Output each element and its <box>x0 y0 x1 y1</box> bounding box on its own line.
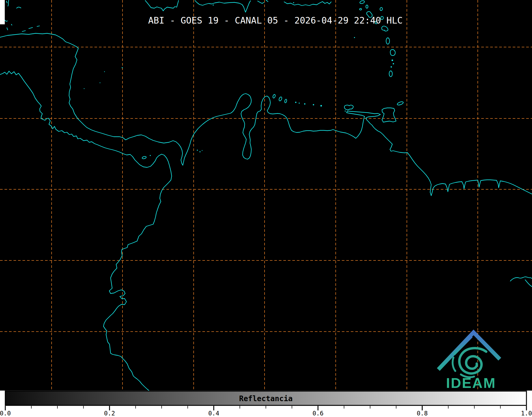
islet-dot <box>354 37 355 38</box>
map-svg: ABI - GOES 19 - CANAL 05 - 2026-04-29 22… <box>0 0 532 417</box>
colorbar-tick-label: 0.0 <box>0 410 11 417</box>
islet-dot <box>392 59 393 61</box>
islet-dot <box>304 103 306 105</box>
colorbar-label: Reflectancia <box>239 394 293 403</box>
islet-dot <box>199 151 201 152</box>
colorbar-tick-label: 0.6 <box>312 410 324 417</box>
offdisk-corner <box>0 0 5 24</box>
islet-dot <box>122 67 123 68</box>
colorbar-tick-label: 0.8 <box>417 410 428 417</box>
satellite-image-product: ABI - GOES 19 - CANAL 05 - 2026-04-29 22… <box>0 0 532 417</box>
islet-dot <box>197 150 198 151</box>
islet-dot <box>100 83 101 83</box>
islet-dot <box>150 155 151 156</box>
colorbar-tick-label: 1.0 <box>521 410 532 417</box>
islet-dot <box>293 2 294 3</box>
islet-dot <box>295 102 297 103</box>
islet-dot <box>299 103 300 104</box>
islet-dot <box>393 63 394 65</box>
islet-dot <box>202 150 203 151</box>
islet-dot <box>313 104 314 106</box>
logo-wordmark: IDEAM <box>446 375 496 391</box>
colorbar-tick-label: 0.4 <box>208 410 219 417</box>
islet-dot <box>84 88 85 89</box>
islet-dot <box>213 4 214 6</box>
islet-dot <box>104 71 105 72</box>
colorbar-panel: Reflectancia 0.00.20.40.60.81.0 <box>0 391 532 417</box>
islet-dot <box>345 111 346 112</box>
colorbar-tick-label: 0.2 <box>104 410 115 417</box>
islet-dot <box>320 105 322 107</box>
map-background <box>0 0 532 391</box>
product-title: ABI - GOES 19 - CANAL 05 - 2026-04-29 22… <box>148 15 403 26</box>
islet-dot <box>391 66 392 68</box>
